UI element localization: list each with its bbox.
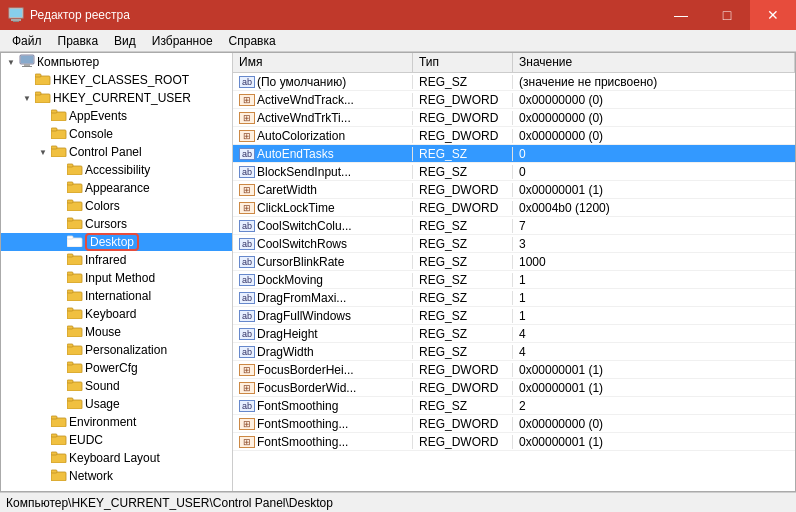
expand-btn-hkcu[interactable]: ▼ bbox=[19, 90, 35, 106]
tree-label-infrared: Infrared bbox=[85, 253, 126, 267]
value-row[interactable]: ⊞ActiveWndTrkTi...REG_DWORD0x00000000 (0… bbox=[233, 109, 795, 127]
expand-btn-keyboard_layout[interactable] bbox=[35, 450, 51, 466]
svg-rect-21 bbox=[67, 182, 73, 185]
value-row[interactable]: abAutoEndTasksREG_SZ0 bbox=[233, 145, 795, 163]
value-row[interactable]: abFontSmoothingREG_SZ2 bbox=[233, 397, 795, 415]
value-row[interactable]: abCoolSwitchColu...REG_SZ7 bbox=[233, 217, 795, 235]
value-row[interactable]: abDragHeightREG_SZ4 bbox=[233, 325, 795, 343]
tree-item-colors[interactable]: Colors bbox=[1, 197, 232, 215]
expand-btn-powercfg[interactable] bbox=[51, 360, 67, 376]
value-row[interactable]: abDragFromMaxi...REG_SZ1 bbox=[233, 289, 795, 307]
value-row[interactable]: ⊞FontSmoothing...REG_DWORD0x00000001 (1) bbox=[233, 433, 795, 451]
tree-item-accessibility[interactable]: Accessibility bbox=[1, 161, 232, 179]
value-row[interactable]: abDockMovingREG_SZ1 bbox=[233, 271, 795, 289]
tree-item-sound[interactable]: Sound bbox=[1, 377, 232, 395]
close-button[interactable]: ✕ bbox=[750, 0, 796, 30]
reg-dword-icon: ⊞ bbox=[239, 184, 255, 196]
column-header-name: Имя bbox=[233, 53, 413, 72]
menu-item-справка[interactable]: Справка bbox=[221, 32, 284, 50]
tree-item-appevents[interactable]: AppEvents bbox=[1, 107, 232, 125]
tree-panel: ▼ Компьютер HKEY_CLASSES_ROOT▼ HKEY_CURR… bbox=[1, 53, 233, 491]
expand-btn-desktop[interactable] bbox=[51, 234, 67, 250]
value-row[interactable]: ⊞AutoColorizationREG_DWORD0x00000000 (0) bbox=[233, 127, 795, 145]
value-type: REG_DWORD bbox=[413, 129, 513, 143]
value-row[interactable]: ⊞FocusBorderWid...REG_DWORD0x00000001 (1… bbox=[233, 379, 795, 397]
menu-item-вид[interactable]: Вид bbox=[106, 32, 144, 50]
expand-btn-appearance[interactable] bbox=[51, 180, 67, 196]
tree-item-international[interactable]: International bbox=[1, 287, 232, 305]
tree-item-hkcu[interactable]: ▼ HKEY_CURRENT_USER bbox=[1, 89, 232, 107]
expand-btn-control_panel[interactable]: ▼ bbox=[35, 144, 51, 160]
folder-icon-sound bbox=[67, 378, 85, 394]
expand-btn-infrared[interactable] bbox=[51, 252, 67, 268]
tree-label-keyboard_layout: Keyboard Layout bbox=[69, 451, 160, 465]
expand-btn-sound[interactable] bbox=[51, 378, 67, 394]
value-row[interactable]: abDragFullWindowsREG_SZ1 bbox=[233, 307, 795, 325]
value-row[interactable]: ⊞FontSmoothing...REG_DWORD0x00000000 (0) bbox=[233, 415, 795, 433]
menu-item-правка[interactable]: Правка bbox=[50, 32, 107, 50]
menu-item-избранное[interactable]: Избранное bbox=[144, 32, 221, 50]
folder-icon-personalization bbox=[67, 342, 85, 358]
tree-item-console[interactable]: Console bbox=[1, 125, 232, 143]
tree-item-powercfg[interactable]: PowerCfg bbox=[1, 359, 232, 377]
tree-item-computer[interactable]: ▼ Компьютер bbox=[1, 53, 232, 71]
expand-btn-accessibility[interactable] bbox=[51, 162, 67, 178]
value-type: REG_SZ bbox=[413, 309, 513, 323]
reg-dword-icon: ⊞ bbox=[239, 436, 255, 448]
value-type: REG_SZ bbox=[413, 327, 513, 341]
tree-item-usage[interactable]: Usage bbox=[1, 395, 232, 413]
tree-item-desktop[interactable]: Desktop bbox=[1, 233, 232, 251]
value-row[interactable]: abCursorBlinkRateREG_SZ1000 bbox=[233, 253, 795, 271]
expand-btn-input_method[interactable] bbox=[51, 270, 67, 286]
tree-item-eudc[interactable]: EUDC bbox=[1, 431, 232, 449]
tree-item-input_method[interactable]: Input Method bbox=[1, 269, 232, 287]
expand-btn-mouse[interactable] bbox=[51, 324, 67, 340]
tree-item-keyboard[interactable]: Keyboard bbox=[1, 305, 232, 323]
tree-label-desktop: Desktop bbox=[85, 235, 139, 249]
value-row[interactable]: abBlockSendInput...REG_SZ0 bbox=[233, 163, 795, 181]
tree-item-keyboard_layout[interactable]: Keyboard Layout bbox=[1, 449, 232, 467]
value-type: REG_SZ bbox=[413, 255, 513, 269]
tree-item-control_panel[interactable]: ▼ Control Panel bbox=[1, 143, 232, 161]
expand-btn-appevents[interactable] bbox=[35, 108, 51, 124]
expand-btn-keyboard[interactable] bbox=[51, 306, 67, 322]
expand-btn-eudc[interactable] bbox=[35, 432, 51, 448]
expand-btn-cursors[interactable] bbox=[51, 216, 67, 232]
expand-btn-colors[interactable] bbox=[51, 198, 67, 214]
expand-btn-network[interactable] bbox=[35, 468, 51, 484]
value-name: abFontSmoothing bbox=[233, 399, 413, 413]
tree-item-environment[interactable]: Environment bbox=[1, 413, 232, 431]
tree-label-keyboard: Keyboard bbox=[85, 307, 136, 321]
menu-item-файл[interactable]: Файл bbox=[4, 32, 50, 50]
reg-sz-icon: ab bbox=[239, 310, 255, 322]
expand-btn-console[interactable] bbox=[35, 126, 51, 142]
value-name: abCoolSwitchRows bbox=[233, 237, 413, 251]
expand-btn-hkcr[interactable] bbox=[19, 72, 35, 88]
value-row[interactable]: ⊞ClickLockTimeREG_DWORD0x0004b0 (1200) bbox=[233, 199, 795, 217]
tree-item-cursors[interactable]: Cursors bbox=[1, 215, 232, 233]
value-row[interactable]: ab(По умолчанию)REG_SZ(значение не присв… bbox=[233, 73, 795, 91]
value-row[interactable]: abDragWidthREG_SZ4 bbox=[233, 343, 795, 361]
minimize-button[interactable]: — bbox=[658, 0, 704, 30]
folder-icon-powercfg bbox=[67, 360, 85, 376]
value-row[interactable]: ⊞CaretWidthREG_DWORD0x00000001 (1) bbox=[233, 181, 795, 199]
value-row[interactable]: abCoolSwitchRowsREG_SZ3 bbox=[233, 235, 795, 253]
expand-btn-computer[interactable]: ▼ bbox=[3, 54, 19, 70]
value-type: REG_SZ bbox=[413, 219, 513, 233]
folder-icon-network bbox=[51, 468, 69, 484]
value-data: 2 bbox=[513, 399, 795, 413]
expand-btn-environment[interactable] bbox=[35, 414, 51, 430]
value-row[interactable]: ⊞ActiveWndTrack...REG_DWORD0x00000000 (0… bbox=[233, 91, 795, 109]
expand-btn-international[interactable] bbox=[51, 288, 67, 304]
maximize-button[interactable]: □ bbox=[704, 0, 750, 30]
value-row[interactable]: ⊞FocusBorderHei...REG_DWORD0x00000001 (1… bbox=[233, 361, 795, 379]
tree-item-mouse[interactable]: Mouse bbox=[1, 323, 232, 341]
tree-item-appearance[interactable]: Appearance bbox=[1, 179, 232, 197]
tree-item-personalization[interactable]: Personalization bbox=[1, 341, 232, 359]
tree-item-infrared[interactable]: Infrared bbox=[1, 251, 232, 269]
expand-btn-usage[interactable] bbox=[51, 396, 67, 412]
value-name: ⊞FontSmoothing... bbox=[233, 417, 413, 431]
tree-item-network[interactable]: Network bbox=[1, 467, 232, 485]
expand-btn-personalization[interactable] bbox=[51, 342, 67, 358]
tree-item-hkcr[interactable]: HKEY_CLASSES_ROOT bbox=[1, 71, 232, 89]
